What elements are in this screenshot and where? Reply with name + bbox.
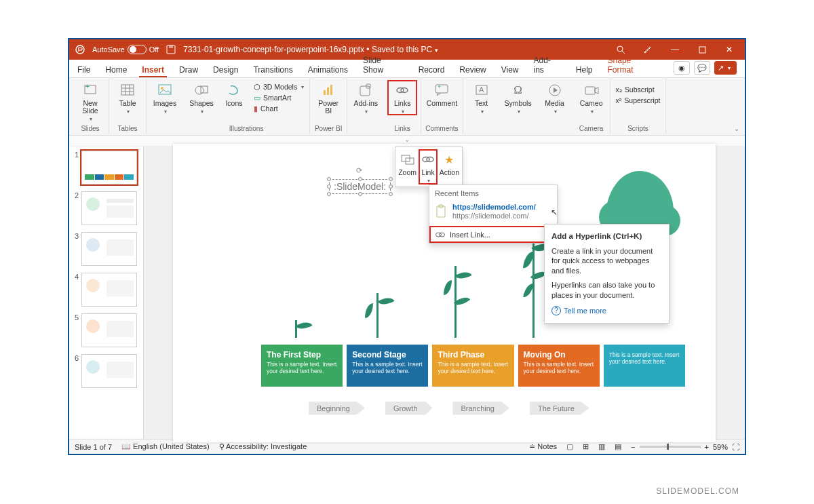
arrow-label: Growth <box>385 402 432 415</box>
powerbi-button[interactable]: Power BI <box>314 81 343 115</box>
tab-draw[interactable]: Draw <box>176 62 201 77</box>
thumb-5[interactable]: 5 <box>72 313 140 347</box>
stages-row: The First StepThis is a sample text. Ins… <box>261 345 685 387</box>
omega-icon: Ω <box>510 82 526 98</box>
tab-transitions[interactable]: Transitions <box>250 62 295 77</box>
recent-link-item[interactable]: https://slidemodel.com/https://slidemode… <box>429 201 557 226</box>
tab-insert[interactable]: Insert <box>139 62 167 77</box>
link-button[interactable]: Link <box>419 150 437 184</box>
links-button[interactable]: Links <box>388 81 416 115</box>
thumbnail-panel[interactable]: 1 2 3 4 5 6 <box>69 147 144 439</box>
chart-button[interactable]: ▮Chart <box>252 104 305 113</box>
smartart-button[interactable]: ▭SmartArt <box>252 93 305 102</box>
rotate-handle-icon[interactable]: ⟳ <box>356 166 364 174</box>
close-icon[interactable]: ✕ <box>719 43 739 56</box>
svg-point-33 <box>427 157 433 162</box>
3d-models-button[interactable]: ⬡3D Models <box>252 82 305 92</box>
ribbon-chevron-icon[interactable]: ⌄ <box>731 123 742 134</box>
cameo-button[interactable]: Cameo <box>577 81 606 115</box>
arrow-row: Beginning Growth Branching The Future <box>309 402 675 415</box>
powerpoint-icon <box>75 44 85 55</box>
accessibility-status[interactable]: ⚲ Accessibility: Investigate <box>219 442 307 451</box>
tell-me-more-link[interactable]: ?Tell me more <box>551 306 662 316</box>
zoom-control[interactable]: − + 59% ⛶ <box>631 443 739 451</box>
svg-point-14 <box>161 87 163 90</box>
language-status[interactable]: 📖 English (United States) <box>121 442 210 451</box>
media-button[interactable]: Media <box>541 81 569 115</box>
tab-file[interactable]: File <box>75 62 93 77</box>
stage-card[interactable]: Third PhaseThis is a sample text. Insert… <box>432 345 513 387</box>
autosave-toggle[interactable]: AutoSave Off <box>92 45 159 54</box>
stage-card[interactable]: The First StepThis is a sample text. Ins… <box>261 345 343 387</box>
thumb-4[interactable]: 4 <box>72 273 140 307</box>
group-comments: + Comment Comments <box>421 79 463 134</box>
tab-help[interactable]: Help <box>573 62 596 77</box>
addins-button[interactable]: Add-ins <box>351 81 380 115</box>
symbols-button[interactable]: Ω Symbols <box>504 81 532 115</box>
arrow-label: The Future <box>530 402 589 415</box>
shapes-button[interactable]: Shapes <box>187 81 216 115</box>
new-slide-icon: + <box>82 82 98 98</box>
icons-button[interactable]: Icons <box>220 81 248 107</box>
help-icon: ? <box>551 306 561 315</box>
save-icon[interactable] <box>166 44 176 55</box>
zoom-in-icon[interactable]: + <box>705 443 709 451</box>
tab-design[interactable]: Design <box>210 62 241 77</box>
thumb-2[interactable]: 2 <box>72 191 140 225</box>
notes-toggle[interactable]: ≐ Notes <box>529 442 557 451</box>
comments-button[interactable]: 💬 <box>694 61 710 75</box>
app-window: AutoSave Off 7331-01-growth-concept-for-… <box>68 38 746 455</box>
stage-card[interactable]: Second StageThis is a sample text. Inser… <box>347 345 428 387</box>
maximize-icon[interactable] <box>692 43 712 56</box>
tab-animations[interactable]: Animations <box>305 62 351 77</box>
ribbon: + New Slide Slides Table Tables Images <box>69 78 745 136</box>
camera-icon <box>583 82 600 98</box>
zoom-out-icon[interactable]: − <box>631 443 635 451</box>
stage-card[interactable]: This is a sample text. Insert your desir… <box>604 345 685 387</box>
zoom-icon <box>400 151 416 168</box>
view-reading-icon[interactable]: ▥ <box>598 442 605 451</box>
tooltip-title: Add a Hyperlink (Ctrl+K) <box>551 232 642 240</box>
tab-home[interactable]: Home <box>102 62 130 77</box>
superscript-button[interactable]: x²Superscript <box>615 96 662 105</box>
minimize-icon[interactable]: — <box>665 43 685 56</box>
tab-review[interactable]: Review <box>457 62 488 77</box>
svg-rect-5 <box>699 47 705 53</box>
thumb-6[interactable]: 6 <box>72 354 140 388</box>
view-slideshow-icon[interactable]: ▤ <box>615 442 621 451</box>
action-button[interactable]: ★ Action <box>440 150 459 184</box>
zoom-percent[interactable]: 59% <box>713 443 728 451</box>
tab-addins[interactable]: Add-ins <box>530 53 563 77</box>
fit-icon[interactable]: ⛶ <box>732 443 739 451</box>
new-slide-button[interactable]: + New Slide <box>76 81 104 122</box>
tab-view[interactable]: View <box>499 62 522 77</box>
svg-rect-2 <box>169 45 173 48</box>
table-button[interactable]: Table <box>113 81 142 115</box>
view-sorter-icon[interactable]: ⊞ <box>583 442 589 451</box>
textbox-icon: A <box>473 82 490 98</box>
group-links: Links Links <box>384 79 421 134</box>
zoom-button[interactable]: Zoom <box>398 150 416 184</box>
tab-slideshow[interactable]: Slide Show <box>360 53 406 77</box>
images-button[interactable]: Images <box>151 81 179 115</box>
tab-shape-format[interactable]: Shape Format <box>605 53 661 77</box>
thumb-3[interactable]: 3 <box>72 232 140 266</box>
thumb-1[interactable]: 1 <box>72 151 140 185</box>
stage-card[interactable]: Moving OnThis is a sample text. Insert y… <box>518 345 600 387</box>
tab-record[interactable]: Record <box>416 62 448 77</box>
group-media: Media <box>537 79 573 134</box>
hyperlink-tooltip: Add a Hyperlink (Ctrl+K) Create a link i… <box>544 224 670 324</box>
subscript-button[interactable]: x₂Subscript <box>615 85 662 94</box>
slide-counter[interactable]: Slide 1 of 7 <box>75 443 112 451</box>
camera-button[interactable]: ◉ <box>674 61 690 75</box>
selected-textbox[interactable]: ⟳ :SlideModel: <box>329 179 391 194</box>
group-camera: Cameo Camera <box>573 79 610 134</box>
icons-icon <box>226 82 242 98</box>
edit-area[interactable]: ⟳ :SlideModel: <box>144 147 745 439</box>
text-button[interactable]: A Text <box>467 81 496 115</box>
zoom-slider[interactable] <box>640 446 701 448</box>
view-normal-icon[interactable]: ▢ <box>566 442 573 451</box>
comment-button[interactable]: + Comment <box>427 81 456 107</box>
insert-link-item[interactable]: Insert Link... <box>429 226 557 243</box>
share-button[interactable]: ↗ ▾ <box>714 61 737 75</box>
